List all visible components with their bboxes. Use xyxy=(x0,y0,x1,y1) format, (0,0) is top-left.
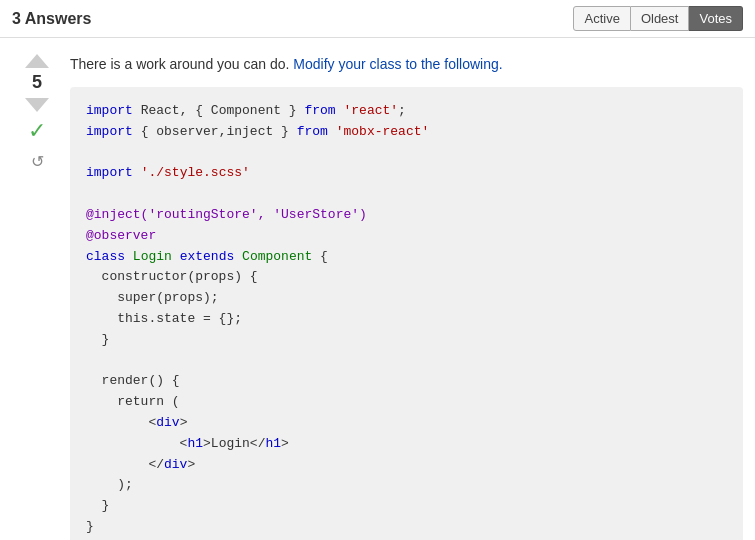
code-line-15: return ( xyxy=(86,392,727,413)
answer-content: There is a work around you can do. Modif… xyxy=(62,54,743,540)
answers-title: 3 Answers xyxy=(12,10,91,28)
sort-active-button[interactable]: Active xyxy=(573,6,630,31)
code-line-5 xyxy=(86,184,727,205)
code-line-9: constructor(props) { xyxy=(86,267,727,288)
history-icon[interactable]: ↺ xyxy=(31,152,44,171)
code-line-16: <div> xyxy=(86,413,727,434)
accepted-check-icon: ✓ xyxy=(28,118,46,144)
answer-intro: There is a work around you can do. Modif… xyxy=(70,54,743,75)
header-bar: 3 Answers Active Oldest Votes xyxy=(0,0,755,38)
vote-count: 5 xyxy=(32,72,42,94)
sort-oldest-button[interactable]: Oldest xyxy=(631,6,690,31)
code-line-20: } xyxy=(86,496,727,517)
code-line-19: ); xyxy=(86,475,727,496)
code-line-13 xyxy=(86,351,727,372)
code-line-21: } xyxy=(86,517,727,538)
code-line-4: import './style.scss' xyxy=(86,163,727,184)
vote-column: 5 ✓ ↺ xyxy=(12,54,62,540)
code-line-1: import React, { Component } from 'react'… xyxy=(86,101,727,122)
code-line-18: </div> xyxy=(86,455,727,476)
sort-votes-button[interactable]: Votes xyxy=(689,6,743,31)
code-line-6: @inject('routingStore', 'UserStore') xyxy=(86,205,727,226)
code-line-8: class Login extends Component { xyxy=(86,247,727,268)
code-line-12: } xyxy=(86,330,727,351)
vote-down-arrow[interactable] xyxy=(25,98,49,112)
code-line-7: @observer xyxy=(86,226,727,247)
code-line-10: super(props); xyxy=(86,288,727,309)
vote-up-arrow[interactable] xyxy=(25,54,49,68)
answer-block: 5 ✓ ↺ There is a work around you can do.… xyxy=(0,38,755,540)
code-block: import React, { Component } from 'react'… xyxy=(70,87,743,540)
sort-buttons: Active Oldest Votes xyxy=(573,6,743,31)
modify-link[interactable]: Modify your class to the following. xyxy=(293,56,502,72)
code-line-3 xyxy=(86,143,727,164)
code-line-14: render() { xyxy=(86,371,727,392)
code-line-17: <h1>Login</h1> xyxy=(86,434,727,455)
code-line-2: import { observer,inject } from 'mobx-re… xyxy=(86,122,727,143)
code-line-11: this.state = {}; xyxy=(86,309,727,330)
